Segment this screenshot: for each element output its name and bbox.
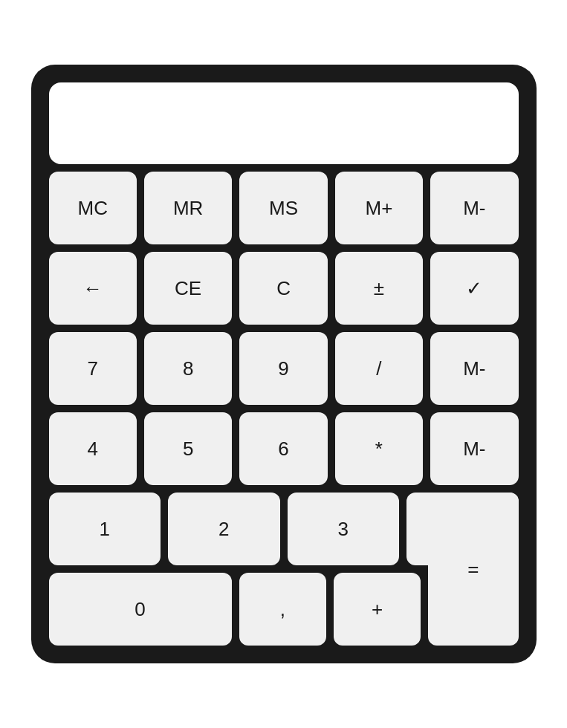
- control-row: ← CE C ± ✓: [49, 252, 519, 325]
- add-button[interactable]: +: [334, 573, 421, 646]
- check-button[interactable]: ✓: [430, 252, 518, 325]
- seven-button[interactable]: 7: [49, 332, 137, 405]
- calculator: MC MR MS M+ M- ← CE C ± ✓ 7 8 9 / M- 4 5…: [31, 65, 537, 663]
- memory-row: MC MR MS M+ M-: [49, 172, 519, 244]
- backspace-button[interactable]: ←: [49, 252, 137, 325]
- two-button[interactable]: 2: [168, 493, 280, 565]
- mminus1-button[interactable]: M-: [430, 172, 518, 244]
- buttons-grid: MC MR MS M+ M- ← CE C ± ✓ 7 8 9 / M- 4 5…: [49, 172, 519, 646]
- mminus3-button[interactable]: M-: [430, 412, 518, 485]
- mc-button[interactable]: MC: [49, 172, 137, 244]
- ce-button[interactable]: CE: [144, 252, 232, 325]
- nine-button[interactable]: 9: [239, 332, 327, 405]
- zero-button[interactable]: 0: [49, 573, 232, 646]
- ms-button[interactable]: MS: [239, 172, 327, 244]
- divide-button[interactable]: /: [335, 332, 423, 405]
- three-button[interactable]: 3: [288, 493, 400, 565]
- multiply-button[interactable]: *: [335, 412, 423, 485]
- num-row-1: 7 8 9 / M-: [49, 332, 519, 405]
- five-button[interactable]: 5: [144, 412, 232, 485]
- plusminus-button[interactable]: ±: [335, 252, 423, 325]
- comma-button[interactable]: ,: [239, 573, 326, 646]
- num-row-3: 1 2 3 - =: [49, 493, 519, 565]
- mminus2-button[interactable]: M-: [430, 332, 518, 405]
- mr-button[interactable]: MR: [144, 172, 232, 244]
- eight-button[interactable]: 8: [144, 332, 232, 405]
- mplus-button[interactable]: M+: [335, 172, 423, 244]
- six-button[interactable]: 6: [239, 412, 327, 485]
- one-button[interactable]: 1: [49, 493, 161, 565]
- calculator-display: [49, 82, 519, 164]
- num-row-2: 4 5 6 * M-: [49, 412, 519, 485]
- c-button[interactable]: C: [239, 252, 327, 325]
- equals-button[interactable]: =: [428, 493, 518, 646]
- num-row-4: 0 , +: [49, 573, 421, 646]
- four-button[interactable]: 4: [49, 412, 137, 485]
